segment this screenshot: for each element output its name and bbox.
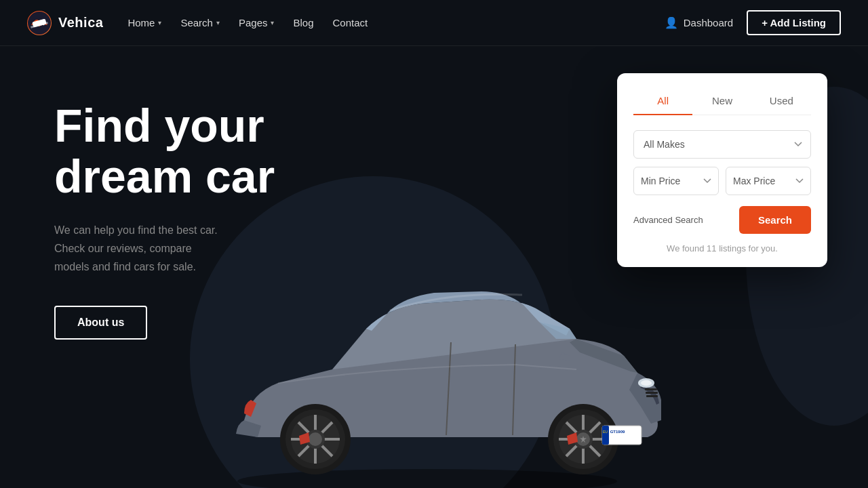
logo[interactable]: Vehica [27, 11, 103, 35]
car-svg: S GT1909 EU [190, 210, 665, 488]
svg-rect-31 [602, 426, 609, 445]
chevron-down-icon: ▾ [271, 19, 274, 26]
search-button[interactable]: Search [739, 206, 811, 234]
makes-select[interactable]: All Makes BMW Mercedes Audi Toyota [633, 130, 811, 159]
search-widget-footer: We found 11 listings for you. [633, 243, 811, 253]
advanced-search-link[interactable]: Advanced Search [633, 215, 703, 225]
svg-point-8 [641, 380, 652, 386]
nav-right: 👤 Dashboard + Add Listing [665, 10, 841, 35]
logo-icon [27, 11, 52, 35]
add-listing-button[interactable]: + Add Listing [747, 10, 841, 35]
user-icon: 👤 [665, 16, 678, 29]
nav-pages-label: Pages [239, 17, 268, 28]
add-listing-label: + Add Listing [762, 17, 826, 28]
svg-text:S GT1909: S GT1909 [606, 430, 625, 434]
search-widget: All New Used All Makes BMW Mercedes Audi… [617, 73, 827, 267]
about-us-button[interactable]: About us [54, 306, 147, 340]
svg-point-1 [237, 469, 617, 488]
nav-item-pages[interactable]: Pages ▾ [239, 14, 275, 31]
nav-home-label: Home [127, 17, 155, 28]
nav-menu: Home ▾ Search ▾ Pages ▾ Blog Contact [127, 14, 368, 31]
dashboard-link[interactable]: 👤 Dashboard [665, 16, 733, 29]
hero-title: Find your dream car [54, 100, 275, 202]
svg-rect-4 [645, 388, 657, 390]
svg-rect-6 [646, 395, 658, 397]
navbar: Vehica Home ▾ Search ▾ Pages ▾ Blog Cont… [0, 0, 868, 46]
svg-point-0 [28, 12, 51, 35]
price-row: Min Price $5,000 $10,000 $20,000 $30,000… [633, 167, 811, 195]
tab-used[interactable]: Used [752, 89, 811, 115]
tab-new[interactable]: New [692, 89, 751, 115]
car-image: S GT1909 EU [190, 210, 665, 488]
brand-name: Vehica [58, 15, 103, 30]
nav-search-label: Search [180, 17, 213, 28]
svg-point-27 [309, 432, 322, 446]
chevron-down-icon: ▾ [216, 19, 220, 26]
max-price-select[interactable]: Max Price $20,000 $40,000 $60,000 $100,0… [726, 167, 811, 195]
min-price-select[interactable]: Min Price $5,000 $10,000 $20,000 $30,000 [633, 167, 719, 195]
logo-svg [28, 12, 51, 35]
nav-contact-label: Contact [333, 17, 368, 28]
dashboard-label: Dashboard [684, 17, 733, 28]
search-tabs: All New Used [633, 89, 811, 115]
chevron-down-icon: ▾ [158, 19, 161, 26]
nav-left: Vehica Home ▾ Search ▾ Pages ▾ Blog Cont… [27, 11, 368, 35]
nav-blog-label: Blog [293, 17, 313, 28]
hero-section: Find your dream car We can help you find… [0, 46, 868, 488]
nav-item-home[interactable]: Home ▾ [127, 14, 161, 31]
tab-all[interactable]: All [633, 89, 692, 115]
nav-item-search[interactable]: Search ▾ [180, 14, 220, 31]
svg-rect-5 [646, 392, 658, 394]
svg-text:EU: EU [603, 430, 608, 434]
search-actions: Advanced Search Search [633, 206, 811, 234]
nav-item-blog[interactable]: Blog [293, 14, 313, 31]
nav-item-contact[interactable]: Contact [333, 14, 368, 31]
